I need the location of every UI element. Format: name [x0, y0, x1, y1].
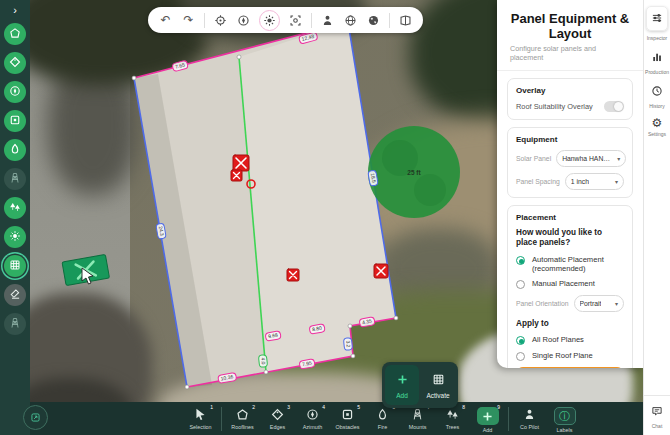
- toolbar-divider: [204, 13, 205, 28]
- chevron-down-icon: ▾: [615, 300, 618, 307]
- tower-icon: [9, 170, 21, 188]
- panel-spacing-select[interactable]: 1 inch ▾: [565, 173, 624, 190]
- tool-label: Selection: [189, 424, 211, 430]
- rail-tab-settings[interactable]: ⚙ Settings: [648, 117, 666, 137]
- trees-icon: [446, 407, 459, 422]
- radio-selected[interactable]: [516, 336, 525, 345]
- obstacles-tool-button[interactable]: [4, 110, 26, 132]
- solar-panel-select[interactable]: Hanwha HANWH… ▾: [556, 150, 626, 167]
- rail-tab-history[interactable]: History: [649, 83, 665, 109]
- measurement-label[interactable]: 4.0: [258, 354, 268, 368]
- tool-selection[interactable]: 1 Selection: [186, 404, 215, 430]
- fire-tool-button[interactable]: [4, 139, 26, 161]
- roof-icon: [9, 25, 21, 43]
- panels-grid-icon: [9, 257, 21, 275]
- rail-label: Production: [645, 69, 669, 75]
- earth-icon[interactable]: [366, 13, 381, 28]
- panels-tool-button[interactable]: [4, 255, 26, 277]
- shortcut-badge: 9: [497, 404, 500, 410]
- trees-tool-button[interactable]: [4, 197, 26, 219]
- tool-co-pilot[interactable]: Co Pilot: [515, 404, 544, 430]
- street-view-icon[interactable]: [320, 13, 335, 28]
- roof-suitability-toggle[interactable]: [604, 101, 624, 112]
- window-icon: [30, 409, 41, 427]
- clock-icon: [651, 83, 663, 101]
- tool-label: Rooflines: [231, 424, 253, 430]
- globe-icon[interactable]: [343, 13, 358, 28]
- tool-rooflines[interactable]: 2 Rooflines: [228, 404, 257, 430]
- left-sidebar: ›: [0, 0, 30, 435]
- shortcut-badge: 2: [252, 404, 255, 410]
- rail-tab-inspector[interactable]: Inspector: [646, 6, 668, 41]
- toolbar-divider: [311, 13, 312, 28]
- panel-orientation-label: Panel Orientation: [516, 300, 569, 307]
- tool-label: Trees: [446, 424, 460, 430]
- solar-panel-label: Solar Panel: [516, 155, 551, 162]
- scan-region-icon[interactable]: [288, 13, 303, 28]
- compass-icon[interactable]: [236, 13, 251, 28]
- tree-height-label: 25 ft: [407, 169, 420, 176]
- tool-add[interactable]: 9 Add: [473, 404, 502, 433]
- tool-azimuth[interactable]: 4 Azimuth: [298, 404, 327, 430]
- toggle-panel-button[interactable]: [23, 405, 48, 430]
- tool-labels[interactable]: ⓘ Labels: [550, 404, 579, 433]
- rail-label: Inspector: [647, 35, 668, 41]
- place-panels-button[interactable]: Place Panels on All Planes: [516, 367, 624, 368]
- rail-tab-production[interactable]: Production: [645, 49, 669, 75]
- compass-icon: [9, 83, 21, 101]
- undo-button[interactable]: ↶: [158, 13, 173, 28]
- divider: [497, 70, 643, 71]
- measurement-label[interactable]: 3.2: [343, 337, 353, 351]
- eraser-tool-button[interactable]: [4, 284, 26, 306]
- manual-placement-option[interactable]: Manual Placement: [516, 279, 624, 289]
- radio-unselected[interactable]: [516, 352, 525, 361]
- lattice-tool-button[interactable]: [4, 313, 26, 335]
- popup-activate-button[interactable]: Activate: [421, 365, 455, 405]
- equipment-card: Equipment Solar Panel Hanwha HANWH… ▾ Pa…: [507, 127, 633, 198]
- map-toolbar: ↶ ↷: [148, 7, 423, 33]
- rail-label: Chat: [652, 423, 663, 429]
- solar-panel-value: Hanwha HANWH…: [562, 155, 614, 162]
- shortcut-badge: 4: [322, 404, 325, 410]
- plus-icon: [477, 407, 499, 425]
- redo-button[interactable]: ↷: [181, 13, 196, 28]
- flame-icon: [376, 407, 389, 422]
- equipment-card-header: Equipment: [516, 135, 624, 144]
- right-rail: Inspector Production History ⚙ Settings …: [643, 0, 670, 435]
- all-roof-planes-option[interactable]: All Roof Planes: [516, 335, 624, 345]
- panel-spacing-label: Panel Spacing: [516, 178, 560, 185]
- obstacle-icon: [341, 407, 354, 422]
- bottom-toolbar: 1 Selection 2 Rooflines 3 Edges 4 Azimut…: [0, 402, 643, 435]
- obstacle-icon: [9, 112, 21, 130]
- mounts-tool-button[interactable]: [4, 168, 26, 190]
- popup-add-button[interactable]: Add: [385, 365, 419, 405]
- edges-tool-button[interactable]: [4, 52, 26, 74]
- inspector-panel: Panel Equipment & Layout Configure solar…: [497, 0, 643, 368]
- rail-tab-chat[interactable]: Chat: [644, 395, 670, 429]
- recenter-icon[interactable]: [213, 13, 228, 28]
- sun-shadow-icon[interactable]: [259, 10, 280, 31]
- green-flag-marker[interactable]: [62, 254, 109, 285]
- sliders-icon: [651, 10, 663, 27]
- single-roof-plane-option[interactable]: Single Roof Plane: [516, 351, 624, 361]
- azimuth-tool-button[interactable]: [4, 81, 26, 103]
- automatic-placement-option[interactable]: Automatic Placement (recommended): [516, 255, 624, 273]
- placement-card-header: Placement: [516, 213, 624, 222]
- tool-label: Fire: [378, 424, 387, 430]
- add-popup: Add Activate: [382, 362, 458, 408]
- tool-edges[interactable]: 3 Edges: [263, 404, 292, 430]
- tool-label: Edges: [270, 424, 285, 430]
- toggle-knob: [614, 102, 623, 111]
- irradiance-tool-button[interactable]: [4, 226, 26, 248]
- panorama-icon[interactable]: [398, 13, 413, 28]
- rooflines-tool-button[interactable]: [4, 23, 26, 45]
- radio-selected[interactable]: [516, 256, 525, 265]
- panel-orientation-select[interactable]: Portrait ▾: [574, 295, 624, 312]
- tool-obstacles[interactable]: 5 Obstacles: [333, 404, 362, 430]
- cursor-icon: [194, 407, 207, 422]
- radio-unselected[interactable]: [516, 280, 525, 289]
- expand-sidebar-button[interactable]: ›: [13, 5, 17, 16]
- tag-icon: [9, 54, 21, 72]
- placement-question: How would you like to place panels?: [516, 228, 624, 248]
- plus-icon: [396, 372, 409, 390]
